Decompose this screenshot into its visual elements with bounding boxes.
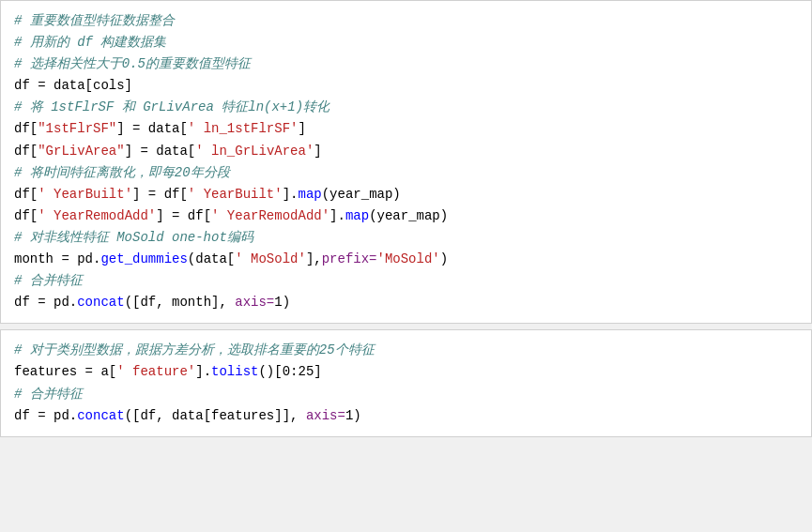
- token-plain: ].: [195, 364, 211, 379]
- token-func: tolist: [211, 364, 258, 379]
- token-plain: ] = data[: [116, 121, 188, 136]
- token-plain: ]: [298, 121, 305, 136]
- code-line-c1l5: # 将 1stFlrSF 和 GrLivArea 特征ln(x+1)转化: [14, 97, 798, 118]
- code-line-c1l4: df = data[cols]: [14, 75, 798, 97]
- token-comment: # 对于类别型数据，跟据方差分析，选取排名重要的25个特征: [14, 342, 375, 357]
- code-line-c1l2: # 用新的 df 构建数据集: [14, 32, 798, 53]
- token-plain: 1): [274, 295, 290, 310]
- code-line-c1l8: # 将时间特征离散化，即每20年分段: [14, 162, 798, 184]
- notebook: # 重要数值型特征数据整合# 用新的 df 构建数据集# 选择相关性大于0.5的…: [0, 0, 812, 437]
- code-line-c1l1: # 重要数值型特征数据整合: [14, 10, 798, 32]
- token-plain: ]: [314, 144, 321, 159]
- token-plain: 1): [345, 408, 361, 423]
- token-string: ' feature': [116, 364, 195, 379]
- token-comment: # 合并特征: [14, 387, 83, 402]
- code-line-c1l12: month = pd.get_dummies(data[' MoSold'],p…: [14, 249, 798, 270]
- token-plain: df[: [14, 144, 38, 159]
- token-plain: ] = data[: [125, 144, 196, 159]
- token-comment: # 合并特征: [14, 273, 83, 288]
- token-plain: ],: [306, 251, 322, 266]
- token-comment: # 将 1stFlrSF 和 GrLivArea 特征ln(x+1)转化: [14, 99, 329, 114]
- token-plain: ] = df[: [156, 208, 211, 223]
- token-string: ' YearBuilt': [188, 187, 283, 202]
- code-cell-cell1: # 重要数值型特征数据整合# 用新的 df 构建数据集# 选择相关性大于0.5的…: [0, 0, 812, 324]
- token-plain: df = data[cols]: [14, 78, 132, 93]
- token-string: 'MoSold': [377, 251, 440, 266]
- token-func: concat: [77, 295, 124, 310]
- code-line-c1l14: df = pd.concat([df, month], axis=1): [14, 292, 798, 313]
- token-param: axis=: [306, 408, 345, 423]
- token-string: "GrLivArea": [38, 144, 124, 159]
- token-string: ' YearRemodAdd': [38, 208, 156, 223]
- code-line-c1l7: df["GrLivArea"] = data[' ln_GrLivArea']: [14, 141, 798, 162]
- token-plain: ].: [283, 187, 299, 202]
- token-comment: # 对非线性特征 MoSold one-hot编码: [14, 230, 253, 245]
- token-comment: # 重要数值型特征数据整合: [14, 13, 175, 28]
- code-line-c2l2: features = a[' feature'].tolist()[0:25]: [14, 361, 798, 383]
- token-plain: ] = df[: [132, 187, 188, 202]
- code-cell-cell2: # 对于类别型数据，跟据方差分析，选取排名重要的25个特征features = …: [0, 329, 812, 436]
- token-plain: ()[0:25]: [258, 364, 321, 379]
- token-plain: df[: [14, 121, 38, 136]
- code-line-c2l1: # 对于类别型数据，跟据方差分析，选取排名重要的25个特征: [14, 340, 798, 361]
- code-line-c2l4: df = pd.concat([df, data[features]], axi…: [14, 405, 798, 427]
- token-plain: (year_map): [369, 208, 448, 223]
- token-plain: (data[: [188, 251, 235, 266]
- token-func: get_dummies: [100, 251, 187, 266]
- token-plain: df[: [14, 187, 38, 202]
- token-plain: ([df, data[features]],: [125, 408, 306, 423]
- token-string: ' ln_GrLivArea': [195, 144, 314, 159]
- token-param: axis=: [235, 295, 274, 310]
- code-line-c1l9: df[' YearBuilt'] = df[' YearBuilt'].map(…: [14, 184, 798, 205]
- code-line-c1l11: # 对非线性特征 MoSold one-hot编码: [14, 227, 798, 249]
- code-line-c1l10: df[' YearRemodAdd'] = df[' YearRemodAdd'…: [14, 205, 798, 227]
- code-line-c1l3: # 选择相关性大于0.5的重要数值型特征: [14, 53, 798, 75]
- token-comment: # 用新的 df 构建数据集: [14, 35, 166, 50]
- code-line-c1l6: df["1stFlrSF"] = data[' ln_1stFlrSF']: [14, 118, 798, 140]
- token-func: map: [299, 187, 322, 202]
- token-plain: ].: [329, 208, 345, 223]
- code-line-c1l13: # 合并特征: [14, 270, 798, 292]
- token-param: prefix=: [322, 251, 377, 266]
- token-plain: df = pd.: [14, 295, 77, 310]
- code-line-c2l3: # 合并特征: [14, 384, 798, 405]
- token-comment: # 选择相关性大于0.5的重要数值型特征: [14, 56, 251, 71]
- token-plain: month = pd.: [14, 251, 100, 266]
- token-func: concat: [77, 408, 124, 423]
- token-func: map: [345, 208, 369, 223]
- token-string: "1stFlrSF": [38, 121, 116, 136]
- token-plain: df[: [14, 208, 38, 223]
- token-plain: ): [440, 251, 448, 266]
- token-plain: features = a[: [14, 364, 116, 379]
- token-plain: (year_map): [322, 187, 401, 202]
- token-string: ' MoSold': [235, 251, 306, 266]
- token-string: ' YearBuilt': [38, 187, 132, 202]
- token-plain: ([df, month],: [125, 295, 236, 310]
- token-comment: # 将时间特征离散化，即每20年分段: [14, 165, 230, 180]
- token-string: ' YearRemodAdd': [211, 208, 329, 223]
- token-string: ' ln_1stFlrSF': [188, 121, 299, 136]
- token-plain: df = pd.: [14, 408, 77, 423]
